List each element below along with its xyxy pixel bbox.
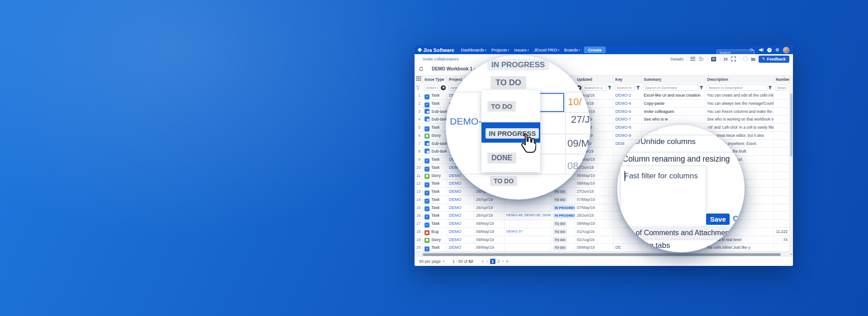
updated-filter-input[interactable] — [582, 84, 607, 91]
card-view-icon[interactable] — [711, 56, 717, 62]
vertical-scrollbar[interactable]: ▼ — [789, 75, 793, 256]
cell-status[interactable]: TO DO — [551, 196, 575, 204]
first-page-button[interactable]: « — [481, 259, 484, 264]
cell-key-link[interactable]: DEMO-6 — [613, 108, 642, 116]
nav-menu-dashboards[interactable]: Dashboards▾ — [461, 47, 486, 52]
row-number[interactable]: 1 — [415, 92, 423, 99]
cell-status[interactable]: TO DO — [551, 228, 575, 236]
cell-key-link[interactable]: DEMO-9 — [613, 132, 642, 139]
select-all-header[interactable] — [415, 76, 423, 84]
cell-status[interactable]: TO DO — [551, 236, 575, 244]
scroll-down-arrow-icon[interactable]: ▼ — [790, 252, 793, 256]
row-number[interactable]: 10 — [415, 164, 423, 172]
cell-linked-issues[interactable] — [505, 204, 551, 212]
row-number[interactable]: 4 — [415, 116, 423, 123]
issue-type-select[interactable]: Select▾ — [424, 84, 440, 91]
header-number-fields[interactable]: Number Fie — [774, 76, 790, 84]
cell-status[interactable]: TO DO — [551, 244, 575, 251]
eye-toggle-icon[interactable] — [441, 85, 446, 90]
filter-icon[interactable] — [636, 86, 640, 90]
key-filter-input[interactable] — [615, 84, 635, 91]
row-number[interactable]: 20 — [415, 244, 423, 251]
save-button[interactable]: Save — [706, 214, 730, 225]
cell-project-link[interactable]: DEMO — [447, 244, 474, 251]
horizontal-scrollbar-thumb[interactable] — [423, 253, 781, 256]
cell-project-link[interactable]: DEMO — [447, 196, 474, 204]
page-2-button[interactable]: 2 — [498, 259, 500, 264]
prev-page-button[interactable]: ‹ — [486, 259, 487, 264]
cell-key-link[interactable]: DEMO-7 — [613, 116, 642, 123]
cell-key-link[interactable]: DEMO-4 — [613, 100, 642, 107]
row-number[interactable]: 17 — [415, 220, 423, 228]
cell-project-link[interactable]: DEMO — [447, 220, 474, 228]
avatar[interactable] — [783, 47, 789, 53]
row-number[interactable]: 19 — [415, 236, 423, 244]
status-chip[interactable]: IN PROGRESS — [553, 205, 575, 210]
nav-menu-issues[interactable]: Issues▾ — [514, 47, 528, 52]
status-chip[interactable]: TO DO — [553, 245, 567, 251]
help-icon[interactable]: ? — [767, 48, 772, 52]
gear-icon[interactable]: ⚙ — [775, 48, 779, 52]
cell-key-link[interactable] — [613, 236, 642, 244]
cell-project-link[interactable]: DEMO — [447, 204, 474, 212]
row-number[interactable]: 5 — [415, 124, 423, 131]
cell-key-link[interactable]: DE — [613, 244, 642, 251]
status-chip[interactable]: TO DO — [553, 237, 567, 242]
header-summary[interactable]: Summary — [642, 76, 705, 84]
summary-filter-input[interactable] — [643, 84, 698, 91]
cell-linked-issues[interactable] — [505, 236, 551, 244]
cell-linked-issues[interactable]: DEMO-49, DEMO-62, DEMO-58 — [505, 212, 551, 219]
selected-cell[interactable] — [539, 93, 564, 112]
header-description[interactable]: Description — [705, 76, 774, 84]
feedback-button[interactable]: ✎ Feedback — [759, 56, 789, 63]
row-number[interactable]: 2 — [415, 100, 423, 107]
status-chip[interactable]: IN PROGRESS — [553, 213, 575, 218]
header-key[interactable]: Key — [613, 76, 642, 84]
row-number[interactable]: 13 — [415, 188, 423, 195]
row-number[interactable]: 3 — [415, 108, 423, 116]
row-number[interactable]: 6 — [415, 132, 423, 139]
details-link[interactable]: Details — [670, 56, 684, 61]
status-chip[interactable]: TO DO — [553, 229, 567, 234]
cell-status[interactable]: IN PROGRESS — [551, 212, 575, 219]
cell-key-link[interactable]: DEMO-8 — [613, 124, 642, 131]
vertical-scrollbar-thumb[interactable] — [790, 93, 793, 157]
list-view-icon[interactable] — [699, 56, 704, 62]
header-issue-type[interactable]: Issue Type — [423, 76, 447, 84]
jira-logo[interactable]: Jira Software — [418, 47, 454, 53]
cell-editor-textarea[interactable]: Fast filter for columns — [620, 166, 706, 230]
row-number[interactable]: 11 — [415, 172, 423, 180]
number-filter-input[interactable] — [775, 84, 788, 91]
cell-linked-issues[interactable] — [505, 244, 551, 251]
cell-project-link[interactable]: DEMO — [447, 212, 474, 219]
create-button[interactable]: Create — [584, 46, 606, 53]
nav-menu-boards[interactable]: Boards▾ — [564, 47, 580, 52]
nav-menu-projects[interactable]: Projects▾ — [491, 47, 509, 52]
filter-icon[interactable] — [608, 86, 612, 90]
dropdown-option-todo[interactable]: TO DO — [487, 101, 516, 112]
nav-menu-jexcel-pro[interactable]: JExcel PRO▾ — [534, 47, 559, 52]
row-number[interactable]: 7 — [415, 140, 423, 148]
dropdown-option-done[interactable]: DONE — [487, 153, 516, 163]
status-chip[interactable]: TO DO — [553, 221, 567, 227]
cell-linked-issues[interactable]: DEMO-37 — [505, 228, 551, 236]
refresh-icon[interactable] — [418, 66, 424, 72]
cell-project-link[interactable]: DEMO — [447, 228, 474, 236]
filter-icon[interactable] — [416, 86, 420, 90]
row-density-icon[interactable] — [690, 56, 696, 62]
last-page-button[interactable]: » — [506, 259, 509, 264]
page-1-button[interactable]: 1 — [490, 259, 495, 264]
filter-icon[interactable] — [768, 86, 772, 90]
row-number[interactable]: 14 — [415, 196, 423, 204]
fullscreen-icon[interactable] — [731, 56, 736, 62]
row-number[interactable]: 18 — [415, 228, 423, 236]
linkedin-icon[interactable]: in — [751, 56, 755, 62]
freeze-columns-icon[interactable]: 10 — [723, 57, 727, 61]
megaphone-icon[interactable] — [759, 47, 764, 52]
row-number[interactable]: 12 — [415, 180, 423, 187]
cell-project-link[interactable]: DEMO — [447, 236, 474, 244]
row-number[interactable]: 8 — [415, 148, 423, 155]
cell-key-link[interactable]: DEMO-2 — [613, 92, 642, 99]
cell-status[interactable]: TO DO — [551, 220, 575, 228]
status-chip[interactable]: TO DO — [553, 197, 567, 202]
